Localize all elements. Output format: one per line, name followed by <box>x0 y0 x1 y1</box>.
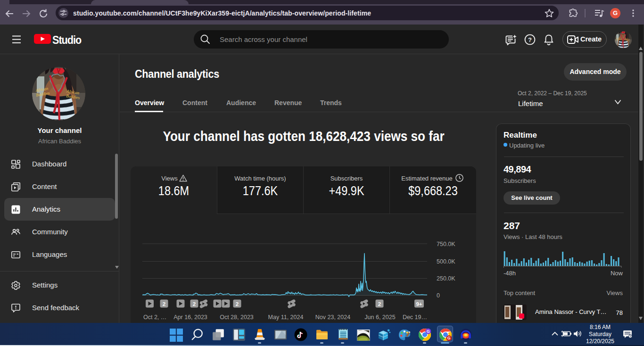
svg-text:G: G <box>447 336 451 340</box>
svg-text:0: 0 <box>437 292 440 299</box>
svg-text:Apr 16, 2023: Apr 16, 2023 <box>173 314 207 321</box>
svg-text:750.0K: 750.0K <box>437 241 455 247</box>
svg-text:Dec 19…: Dec 19… <box>403 314 427 321</box>
svg-text:?: ? <box>528 36 532 43</box>
svg-text:2: 2 <box>163 301 165 307</box>
svg-text:9+: 9+ <box>416 301 422 307</box>
svg-text:250.0K: 250.0K <box>437 275 455 282</box>
svg-text:Nov 23, 2024: Nov 23, 2024 <box>315 314 350 321</box>
svg-text:Jun 6, 2025: Jun 6, 2025 <box>364 314 395 321</box>
svg-text:May 11, 2024: May 11, 2024 <box>268 314 304 321</box>
svg-text:500.0K: 500.0K <box>437 258 455 265</box>
svg-text:2: 2 <box>236 301 239 307</box>
svg-text:Oct 28, 2023: Oct 28, 2023 <box>220 314 254 321</box>
svg-text:2: 2 <box>193 301 196 307</box>
svg-text:2: 2 <box>378 301 381 307</box>
svg-text:Oct 2, …: Oct 2, … <box>143 314 166 321</box>
svg-text:G: G <box>427 329 430 334</box>
